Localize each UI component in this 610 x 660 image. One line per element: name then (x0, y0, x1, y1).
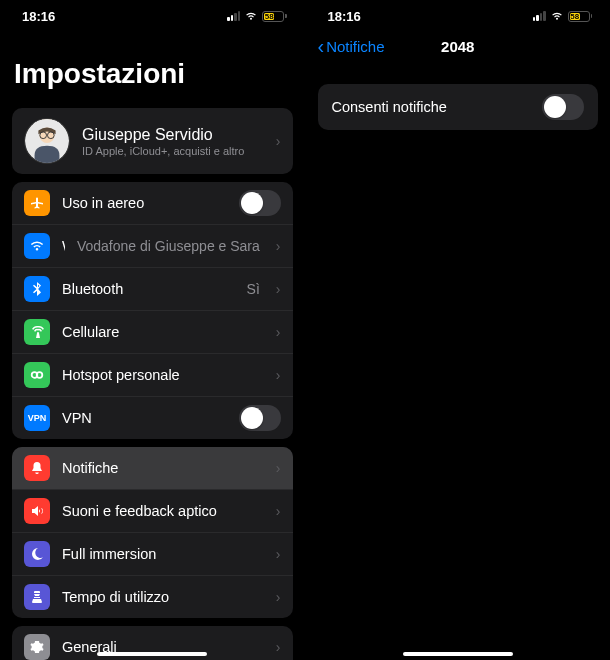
notifications-label: Notifiche (62, 460, 260, 476)
home-indicator[interactable] (97, 652, 207, 656)
airplane-toggle[interactable] (239, 190, 281, 216)
bluetooth-icon (24, 276, 50, 302)
settings-screen: 18:16 58 Impostazioni Giuseppe Servidio … (0, 0, 306, 660)
focus-icon (24, 541, 50, 567)
status-time: 18:16 (328, 9, 361, 24)
screentime-label: Tempo di utilizzo (62, 589, 260, 605)
chevron-right-icon: › (276, 367, 281, 383)
vpn-icon: VPN (24, 405, 50, 431)
chevron-right-icon: › (276, 133, 281, 149)
wifi-icon (244, 11, 258, 21)
wifi-value: Vodafone di Giuseppe e Sara (77, 238, 260, 254)
hotspot-row[interactable]: Hotspot personale › (12, 354, 293, 397)
nav-title: 2048 (441, 38, 474, 55)
chevron-right-icon: › (276, 546, 281, 562)
focus-label: Full immersion (62, 546, 260, 562)
sounds-row[interactable]: Suoni e feedback aptico › (12, 490, 293, 533)
allow-notifications-toggle[interactable] (542, 94, 584, 120)
status-bar: 18:16 58 (0, 0, 305, 28)
vpn-row[interactable]: VPN VPN (12, 397, 293, 439)
focus-row[interactable]: Full immersion › (12, 533, 293, 576)
chevron-right-icon: › (276, 589, 281, 605)
bluetooth-value: Sì (247, 281, 260, 297)
allow-notifications-label: Consenti notifiche (332, 99, 543, 115)
status-time: 18:16 (22, 9, 55, 24)
nav-bar: ‹ Notifiche 2048 (306, 28, 611, 64)
notifications-row[interactable]: Notifiche › (12, 447, 293, 490)
battery-icon: 58 (262, 11, 287, 22)
allow-notifications-card: Consenti notifiche (318, 84, 599, 130)
chevron-left-icon: ‹ (318, 36, 325, 56)
status-indicators: 58 (533, 11, 593, 22)
chevron-right-icon: › (276, 639, 281, 655)
bluetooth-row[interactable]: Bluetooth Sì › (12, 268, 293, 311)
screentime-icon (24, 584, 50, 610)
screentime-row[interactable]: Tempo di utilizzo › (12, 576, 293, 618)
sounds-label: Suoni e feedback aptico (62, 503, 260, 519)
cellular-row[interactable]: Cellulare › (12, 311, 293, 354)
airplane-label: Uso in aereo (62, 195, 227, 211)
cellular-signal-icon (227, 11, 240, 21)
cellular-label: Cellulare (62, 324, 260, 340)
profile-card[interactable]: Giuseppe Servidio ID Apple, iCloud+, acq… (12, 108, 293, 174)
vpn-label: VPN (62, 410, 227, 426)
cellular-icon (24, 319, 50, 345)
wifi-icon (550, 11, 564, 21)
hotspot-label: Hotspot personale (62, 367, 260, 383)
notifications-icon (24, 455, 50, 481)
airplane-icon (24, 190, 50, 216)
hotspot-icon (24, 362, 50, 388)
sounds-icon (24, 498, 50, 524)
wifi-settings-icon (24, 233, 50, 259)
svg-point-5 (37, 372, 43, 378)
battery-icon: 58 (568, 11, 593, 22)
vpn-toggle[interactable] (239, 405, 281, 431)
chevron-right-icon: › (276, 324, 281, 340)
wifi-row[interactable]: Wi-Fi Vodafone di Giuseppe e Sara › (12, 225, 293, 268)
chevron-right-icon: › (276, 238, 281, 254)
profile-name: Giuseppe Servidio (82, 126, 260, 144)
chevron-right-icon: › (276, 460, 281, 476)
page-title: Impostazioni (0, 28, 305, 100)
airplane-mode-row[interactable]: Uso in aereo (12, 182, 293, 225)
allow-notifications-row[interactable]: Consenti notifiche (318, 84, 599, 130)
avatar (24, 118, 70, 164)
cellular-signal-icon (533, 11, 546, 21)
app-notifications-screen: 18:16 58 ‹ Notifiche 2048 Consenti notif… (306, 0, 611, 660)
chevron-right-icon: › (276, 503, 281, 519)
connectivity-group: Uso in aereo Wi-Fi Vodafone di Giuseppe … (12, 182, 293, 439)
bluetooth-label: Bluetooth (62, 281, 235, 297)
notifications-group: Notifiche › Suoni e feedback aptico › Fu… (12, 447, 293, 618)
home-indicator[interactable] (403, 652, 513, 656)
back-button[interactable]: ‹ Notifiche (318, 36, 385, 56)
status-indicators: 58 (227, 11, 287, 22)
wifi-label: Wi-Fi (62, 238, 65, 254)
profile-subtitle: ID Apple, iCloud+, acquisti e altro (82, 145, 260, 157)
chevron-right-icon: › (276, 281, 281, 297)
back-label: Notifiche (326, 38, 384, 55)
gear-icon (24, 634, 50, 660)
status-bar: 18:16 58 (306, 0, 611, 28)
